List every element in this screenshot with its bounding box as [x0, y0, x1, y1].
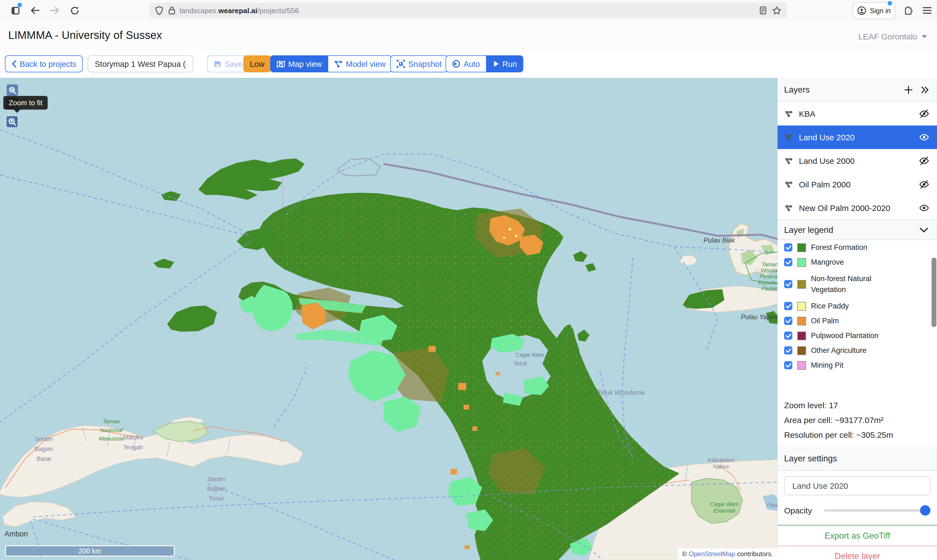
account-label: LEAF Gorontalo [859, 32, 917, 41]
legend-label: Oil Palm [811, 315, 899, 326]
zoom-level-text: Zoom level: 17 [784, 398, 931, 412]
extensions-icon[interactable] [902, 4, 914, 17]
address-bar[interactable]: landscapes.wearepal.ai/projects/556 [149, 3, 787, 18]
legend-label: Other Agriculture [811, 345, 899, 356]
zoom-to-fit-button[interactable] [6, 115, 18, 128]
snapshot-button[interactable]: Snapshot [390, 55, 449, 72]
lock-icon[interactable] [168, 6, 175, 15]
layer-name-input[interactable] [791, 480, 923, 491]
low-quality-button[interactable]: Low [243, 55, 271, 72]
app-header: LIMMMA - University of Sussex LEAF Goron… [0, 21, 937, 51]
legend-label: Rice Paddy [811, 300, 899, 311]
view-toggle-group: Map view Model view [270, 55, 392, 72]
svg-text:Cagar Alam: Cagar Alam [710, 501, 739, 507]
zoom-in-button[interactable] [6, 85, 18, 96]
legend-item-forest-formation: Forest Formation [777, 240, 937, 255]
svg-text:Cagar Alam: Cagar Alam [515, 352, 544, 358]
opacity-slider[interactable] [824, 505, 931, 515]
layer-row-new-oil-palm[interactable]: New Oil Palm 2000-2020 [777, 196, 937, 220]
legend-label: Mining Pit [811, 360, 899, 371]
legend-checkbox[interactable] [784, 280, 792, 288]
legend-checkbox[interactable] [784, 361, 792, 369]
storymap-name-input[interactable] [88, 55, 194, 72]
map-viewport[interactable]: Sorong [0, 78, 777, 560]
layer-label: Oil Palm 2000 [799, 180, 914, 189]
layers-panel-header: Layers [777, 78, 937, 102]
opacity-slider-thumb[interactable] [920, 505, 931, 515]
model-view-button[interactable]: Model view [329, 55, 392, 72]
layer-row-kba[interactable]: KBA [777, 102, 937, 126]
visibility-off-icon[interactable] [919, 109, 929, 118]
delete-layer-button[interactable]: Delete layer [777, 546, 937, 560]
legend-label: Forest Formation [811, 242, 899, 253]
collapse-panel-button[interactable] [920, 86, 929, 94]
visibility-off-icon[interactable] [919, 180, 929, 189]
svg-text:Maluku: Maluku [123, 434, 143, 441]
map-view-button[interactable]: Map view [270, 55, 329, 72]
svg-text:Seram: Seram [35, 436, 53, 443]
layers-title: Layers [784, 85, 809, 94]
legend-swatch [797, 302, 806, 311]
browser-tabs-icon[interactable] [9, 4, 22, 17]
legend-checkbox[interactable] [784, 331, 792, 340]
svg-text:Timur: Timur [209, 495, 224, 502]
layer-row-land-use-2000[interactable]: Land Use 2000 [777, 149, 937, 172]
reload-icon[interactable] [68, 4, 81, 17]
svg-text:Bagian: Bagian [207, 485, 226, 492]
scrollbar-thumb[interactable] [931, 257, 937, 327]
back-icon[interactable] [29, 4, 42, 17]
auto-toggle-button[interactable]: Auto [446, 55, 486, 72]
run-button[interactable]: Run [486, 55, 523, 72]
legend-swatch [797, 331, 806, 340]
visibility-on-icon[interactable] [919, 132, 929, 142]
legend-item-other-agriculture: Other Agriculture [777, 343, 937, 358]
opacity-row: Opacity [784, 505, 931, 515]
openstreetmap-link[interactable]: OpenStreetMap [689, 550, 735, 558]
sign-in-button[interactable]: Sign in [852, 2, 895, 19]
layer-row-land-use-2020[interactable]: Land Use 2020 [777, 126, 937, 149]
export-geotiff-button[interactable]: Export as GeoTiff [777, 525, 937, 546]
svg-text:Bagian: Bagian [34, 446, 53, 452]
legend-checkbox[interactable] [784, 346, 792, 354]
legend-item-oil-palm: Oil Palm [777, 314, 937, 328]
account-menu[interactable]: LEAF Gorontalo [859, 32, 927, 41]
map-canvas[interactable]: Sorong [0, 78, 777, 560]
forward-icon[interactable] [48, 4, 62, 17]
map-icon [277, 60, 285, 68]
layer-legend-title: Layer legend [784, 225, 833, 235]
save-icon [214, 60, 222, 68]
svg-text:Taman: Taman [762, 262, 777, 268]
svg-text:Enarotali: Enarotali [714, 508, 735, 514]
area-per-cell-text: Area per cell: ~93177.07m² [784, 412, 931, 428]
save-button[interactable]: Save [207, 55, 249, 72]
svg-text:Pulau Biak: Pulau Biak [703, 237, 735, 244]
legend-checkbox[interactable] [784, 302, 792, 310]
add-layer-button[interactable] [904, 85, 913, 94]
magnifier-pin-icon [8, 117, 16, 126]
visibility-on-icon[interactable] [919, 203, 929, 212]
layer-name-field[interactable] [784, 476, 931, 495]
reader-mode-icon[interactable] [760, 6, 766, 15]
legend-swatch [797, 243, 806, 252]
legend-checkbox[interactable] [784, 317, 792, 325]
page-title: LIMMMA - University of Sussex [8, 29, 162, 42]
svg-text:Pulau Yapen: Pulau Yapen [741, 313, 777, 320]
layer-legend-header[interactable]: Layer legend [777, 220, 937, 240]
chevron-down-icon [922, 35, 927, 38]
legend-swatch [797, 258, 806, 266]
layer-row-oil-palm-2000[interactable]: Oil Palm 2000 [777, 172, 937, 196]
svg-text:Padaido: Padaido [762, 286, 777, 291]
back-to-projects-button[interactable]: Back to projects [5, 55, 83, 72]
legend-label: Mangrove [811, 257, 899, 268]
svg-text:Teluk Wondama: Teluk Wondama [597, 389, 645, 396]
legend-checkbox[interactable] [784, 243, 792, 251]
visibility-off-icon[interactable] [919, 156, 929, 166]
shield-icon[interactable] [155, 6, 163, 15]
legend-checkbox[interactable] [784, 258, 792, 266]
bookmark-star-icon[interactable] [772, 6, 782, 15]
menu-icon[interactable] [920, 4, 934, 17]
layers-sidebar: Layers KBA Land Use 2020 Land Use 2000 O… [777, 78, 937, 560]
layer-node-icon [784, 157, 794, 165]
legend-swatch [797, 361, 806, 369]
notification-dot [17, 3, 22, 7]
